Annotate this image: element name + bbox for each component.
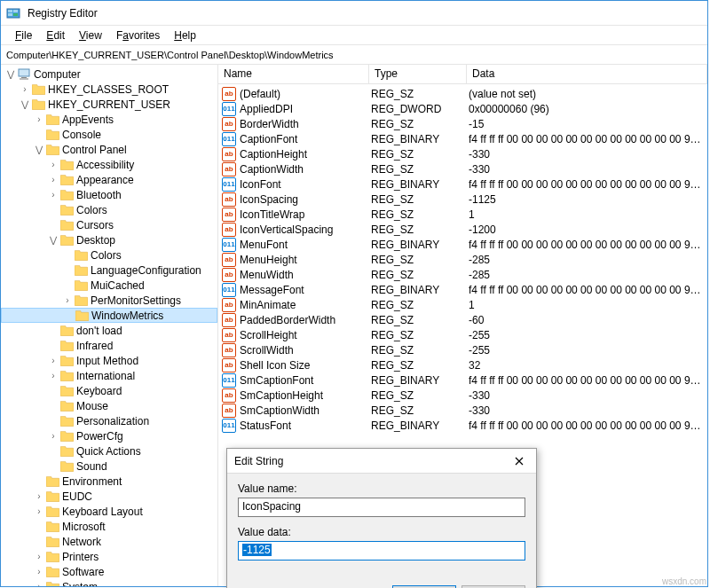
tree-item-keyboardlayout[interactable]: ›Keyboard Layout [1, 504, 217, 519]
tree-item-desktop[interactable]: ⋁Desktop [1, 232, 217, 247]
expander-icon[interactable]: › [33, 506, 45, 516]
value-name-input[interactable]: IconSpacing [238, 498, 525, 517]
value-type: REG_SZ [371, 118, 469, 130]
registry-value-row[interactable]: 011MenuFontREG_BINARYf4 ff ff ff 00 00 0… [218, 237, 707, 252]
close-icon[interactable] [509, 451, 529, 471]
col-header-name[interactable]: Name [218, 65, 369, 83]
tree-item-accessibility[interactable]: ›Accessibility [1, 157, 217, 172]
registry-value-row[interactable]: abPaddedBorderWidthREG_SZ-60 [218, 312, 707, 327]
col-header-data[interactable]: Data [467, 65, 707, 83]
expander-icon[interactable]: › [47, 371, 59, 380]
tree-item-colors[interactable]: Colors [1, 202, 217, 217]
expander-icon[interactable]: ⋁ [4, 69, 17, 79]
string-value-icon: ab [222, 162, 236, 176]
address-bar[interactable]: Computer\HKEY_CURRENT_USER\Control Panel… [1, 45, 707, 65]
tree-item-printers[interactable]: ›Printers [1, 549, 217, 564]
tree-item-personalization[interactable]: Personalization [1, 413, 217, 428]
value-name: ScrollHeight [240, 329, 371, 341]
string-value-icon: ab [222, 313, 236, 327]
expander-icon[interactable]: › [47, 431, 59, 441]
tree-item-sound[interactable]: Sound [1, 459, 217, 474]
expander-icon[interactable]: › [33, 552, 45, 561]
tree-item-hkcu[interactable]: ⋁HKEY_CURRENT_USER [1, 97, 217, 112]
registry-value-row[interactable]: abIconSpacingREG_SZ-1125 [218, 192, 707, 207]
registry-value-row[interactable]: 011CaptionFontREG_BINARYf4 ff ff ff 00 0… [218, 131, 707, 146]
registry-value-row[interactable]: abScrollHeightREG_SZ-255 [218, 327, 707, 342]
tree-item-microsoft[interactable]: Microsoft [1, 519, 217, 534]
registry-value-row[interactable]: 011SmCaptionFontREG_BINARYf4 ff ff ff 00… [218, 372, 707, 388]
tree-item-environment[interactable]: Environment [1, 474, 217, 489]
tree-item-muicached[interactable]: MuiCached [1, 278, 217, 293]
tree-item-root[interactable]: ⋁Computer [1, 67, 217, 82]
registry-value-row[interactable]: 011StatusFontREG_BINARYf4 ff ff ff 00 00… [218, 418, 707, 433]
col-header-type[interactable]: Type [369, 65, 467, 83]
tree-item-cursors[interactable]: Cursors [1, 217, 217, 232]
tree-item-international[interactable]: ›International [1, 368, 217, 383]
registry-value-row[interactable]: abIconTitleWrapREG_SZ1 [218, 207, 707, 222]
tree-item-appearance[interactable]: ›Appearance [1, 172, 217, 187]
registry-value-row[interactable]: abScrollWidthREG_SZ-255 [218, 342, 707, 357]
tree-item-bluetooth[interactable]: ›Bluetooth [1, 187, 217, 202]
menu-view[interactable]: View [72, 27, 109, 43]
registry-value-row[interactable]: abCaptionWidthREG_SZ-330 [218, 161, 707, 176]
expander-icon[interactable]: ⋁ [19, 99, 31, 109]
tree-item-infrared[interactable]: Infrared [1, 338, 217, 353]
tree-item-hkcr[interactable]: ›HKEY_CLASSES_ROOT [1, 82, 217, 97]
expander-icon[interactable]: › [33, 114, 45, 124]
value-data-input[interactable]: -1125 [238, 541, 525, 561]
expander-icon[interactable]: › [47, 356, 59, 365]
registry-value-row[interactable]: 011AppliedDPIREG_DWORD0x00000060 (96) [218, 101, 707, 116]
tree-item-mouse[interactable]: Mouse [1, 398, 217, 413]
dialog-titlebar: Edit String [227, 449, 536, 474]
registry-value-row[interactable]: ab(Default)REG_SZ(value not set) [218, 86, 707, 101]
tree-view[interactable]: ⋁Computer›HKEY_CLASSES_ROOT⋁HKEY_CURRENT… [1, 65, 218, 586]
value-type: REG_SZ [371, 163, 469, 176]
tree-item-label: Accessibility [76, 159, 134, 171]
expander-icon[interactable]: ⋁ [47, 235, 59, 245]
expander-icon[interactable]: › [47, 160, 59, 169]
tree-item-powercfg[interactable]: ›PowerCfg [1, 428, 217, 443]
tree-item-network[interactable]: Network [1, 534, 217, 549]
registry-value-row[interactable]: abCaptionHeightREG_SZ-330 [218, 146, 707, 161]
tree-item-dontload[interactable]: don't load [1, 323, 217, 338]
registry-value-row[interactable]: abShell Icon SizeREG_SZ32 [218, 357, 707, 372]
registry-value-row[interactable]: abMenuHeightREG_SZ-285 [218, 252, 707, 267]
registry-value-row[interactable]: abMinAnimateREG_SZ1 [218, 297, 707, 312]
tree-item-label: HKEY_CLASSES_ROOT [48, 83, 169, 96]
expander-icon[interactable]: › [33, 567, 45, 576]
expander-icon[interactable]: › [33, 582, 45, 586]
tree-item-quickactions[interactable]: Quick Actions [1, 443, 217, 459]
menu-file[interactable]: File [8, 27, 39, 43]
tree-item-appevents[interactable]: ›AppEvents [1, 112, 217, 127]
registry-value-row[interactable]: 011MessageFontREG_BINARYf4 ff ff ff 00 0… [218, 282, 707, 297]
registry-value-row[interactable]: abIconVerticalSpacingREG_SZ-1200 [218, 222, 707, 237]
tree-item-software[interactable]: ›Software [1, 564, 217, 579]
registry-value-row[interactable]: abBorderWidthREG_SZ-15 [218, 116, 707, 131]
menu-favorites[interactable]: Favorites [109, 27, 167, 43]
registry-value-row[interactable]: abMenuWidthREG_SZ-285 [218, 267, 707, 282]
expander-icon[interactable]: › [61, 295, 74, 305]
expander-icon[interactable]: › [33, 491, 45, 501]
tree-item-controlpanel[interactable]: ⋁Control Panel [1, 142, 217, 157]
expander-icon[interactable]: › [19, 84, 31, 94]
tree-item-permonitor[interactable]: ›PerMonitorSettings [1, 293, 217, 308]
registry-value-row[interactable]: abSmCaptionWidthREG_SZ-330 [218, 403, 707, 418]
string-value-icon: ab [222, 358, 236, 372]
value-name: MenuHeight [240, 254, 371, 266]
tree-item-langconfig[interactable]: LanguageConfiguration [1, 263, 217, 278]
tree-item-windowmetrics[interactable]: WindowMetrics [1, 308, 217, 323]
tree-item-eudc[interactable]: ›EUDC [1, 489, 217, 504]
menu-help[interactable]: Help [167, 27, 203, 43]
tree-item-system[interactable]: ›System [1, 579, 217, 586]
menu-edit[interactable]: Edit [39, 27, 72, 43]
tree-item-console[interactable]: Console [1, 127, 217, 142]
registry-value-row[interactable]: abSmCaptionHeightREG_SZ-330 [218, 388, 707, 403]
folder-icon [59, 460, 74, 473]
registry-value-row[interactable]: 011IconFontREG_BINARYf4 ff ff ff 00 00 0… [218, 176, 707, 192]
tree-item-inputmethod[interactable]: ›Input Method [1, 353, 217, 368]
expander-icon[interactable]: ⋁ [33, 145, 45, 154]
tree-item-colors2[interactable]: Colors [1, 247, 217, 263]
expander-icon[interactable]: › [47, 175, 59, 184]
expander-icon[interactable]: › [47, 190, 59, 200]
tree-item-keyboard[interactable]: Keyboard [1, 383, 217, 398]
